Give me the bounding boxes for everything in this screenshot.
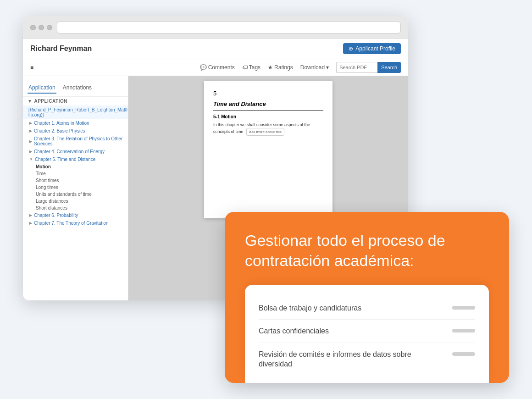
white-feature-card: Bolsa de trabajo y candidaturas Cartas c… bbox=[245, 285, 489, 383]
search-input[interactable] bbox=[336, 62, 377, 73]
feature-row-2: Cartas confidenciales bbox=[259, 320, 475, 343]
ratings-link[interactable]: ★ Ratings bbox=[268, 64, 293, 71]
comments-link[interactable]: 💬 Comments bbox=[200, 64, 235, 71]
sidebar-chapter-2[interactable]: Chapter 2. Basic Physics bbox=[23, 127, 128, 135]
download-link[interactable]: Download ▾ bbox=[300, 64, 329, 71]
person-icon: ⊕ bbox=[349, 45, 353, 52]
sidebar-subitem-units[interactable]: Units and standards of time bbox=[23, 191, 128, 198]
sidebar-subitem-motion[interactable]: Motion bbox=[23, 163, 128, 170]
sidebar-subitem-long-times[interactable]: Long times bbox=[23, 184, 128, 191]
sidebar-subitem-short-times[interactable]: Short times bbox=[23, 177, 128, 184]
pdf-page-number: 5 bbox=[213, 90, 323, 97]
search-button[interactable]: Search bbox=[377, 62, 401, 73]
feature-text-2: Cartas confidenciales bbox=[259, 326, 443, 336]
star-icon: ★ bbox=[268, 64, 273, 71]
sidebar-chapter-1[interactable]: Chapter 1. Atoms in Motion bbox=[23, 119, 128, 127]
sidebar-tabs: Application Annotations bbox=[23, 80, 128, 97]
feature-bar-2 bbox=[452, 329, 475, 332]
app-title: Richard Feynman bbox=[30, 44, 92, 53]
app-header: Richard Feynman ⊕ Applicant Profile bbox=[23, 39, 408, 59]
pdf-body-text: In this chapter we shall consider some a… bbox=[213, 122, 323, 136]
sidebar-chapter-5[interactable]: Chapter 5. Time and Distance bbox=[23, 155, 128, 163]
sidebar-chapter-7[interactable]: Chapter 7. The Theory of Gravitation bbox=[23, 219, 128, 227]
applicant-profile-button[interactable]: ⊕ Applicant Profile bbox=[343, 43, 401, 54]
sidebar-chapter-3[interactable]: Chapter 3. The Relation of Physics to Ot… bbox=[23, 135, 128, 148]
pdf-section-title: 5-1 Motion bbox=[213, 114, 323, 119]
hamburger-menu[interactable]: ≡ bbox=[30, 64, 33, 71]
pdf-page: 5 Time and Distance 5-1 Motion In this c… bbox=[204, 81, 332, 218]
pdf-chapter-title: Time and Distance bbox=[213, 100, 323, 107]
sidebar-subitem-short-distances[interactable]: Short distances bbox=[23, 205, 128, 211]
ask-more-button[interactable]: Ask more about this bbox=[246, 128, 284, 136]
tag-icon: 🏷 bbox=[242, 64, 248, 71]
collapse-icon: ▼ bbox=[28, 99, 32, 104]
tab-annotations[interactable]: Annotations bbox=[62, 83, 93, 94]
browser-dot-red bbox=[30, 25, 36, 30]
sidebar-subitem-large-distances[interactable]: Large distances bbox=[23, 198, 128, 205]
chevron-down-icon: ▾ bbox=[326, 64, 329, 71]
pdf-divider bbox=[213, 110, 323, 111]
sidebar: Application Annotations ▼ APPLICATION [R… bbox=[23, 76, 128, 300]
feature-text-1: Bolsa de trabajo y candidaturas bbox=[259, 303, 443, 313]
orange-card-title: Gestionar todo el proceso de contratació… bbox=[245, 230, 489, 271]
feature-text-3: Revisión de comités e informes de datos … bbox=[259, 349, 443, 369]
sidebar-subitem-time[interactable]: Time bbox=[23, 170, 128, 177]
hamburger-icon: ≡ bbox=[30, 64, 33, 71]
sidebar-chapter-4[interactable]: Chapter 4. Conservation of Energy bbox=[23, 148, 128, 155]
orange-card: Gestionar todo el proceso de contratació… bbox=[225, 212, 509, 383]
toolbar: ≡ 💬 Comments 🏷 Tags ★ Ratings Download ▾ bbox=[23, 59, 408, 76]
feature-row-1: Bolsa de trabajo y candidaturas bbox=[259, 297, 475, 320]
sidebar-file-item[interactable]: [Richard_P_Feynman_Robert_B_Leighton_Mat… bbox=[23, 105, 128, 119]
browser-chrome bbox=[23, 16, 408, 39]
feature-bar-3 bbox=[452, 352, 475, 356]
feature-bar-1 bbox=[452, 306, 475, 310]
tab-application[interactable]: Application bbox=[28, 83, 56, 94]
sidebar-section-header: ▼ APPLICATION bbox=[23, 97, 128, 105]
comment-icon: 💬 bbox=[200, 64, 207, 71]
browser-dot-yellow bbox=[39, 25, 44, 30]
address-bar[interactable] bbox=[57, 22, 401, 33]
feature-row-3: Revisión de comités e informes de datos … bbox=[259, 343, 475, 369]
tags-link[interactable]: 🏷 Tags bbox=[242, 64, 260, 71]
browser-dots bbox=[30, 25, 52, 30]
search-area: Search bbox=[336, 62, 401, 73]
sidebar-chapter-6[interactable]: Chapter 6. Probability bbox=[23, 211, 128, 219]
browser-dot-green bbox=[47, 25, 52, 30]
